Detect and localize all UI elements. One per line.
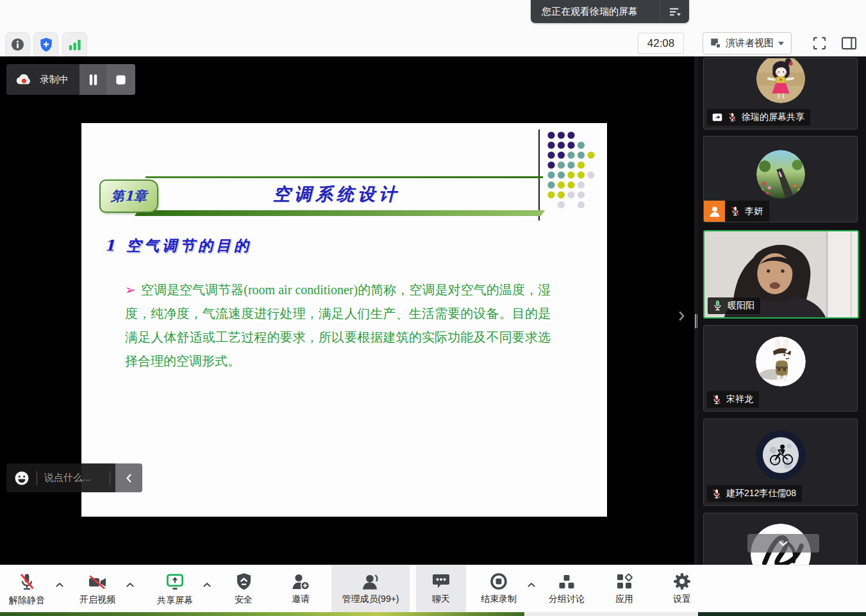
mic-muted-icon bbox=[18, 572, 36, 592]
participant-tile-songxianglong[interactable]: 宋祥龙 bbox=[703, 325, 858, 412]
person-badge-icon bbox=[708, 204, 722, 219]
avatar bbox=[756, 150, 805, 199]
divider-handle bbox=[697, 314, 698, 328]
security-button[interactable]: 安全 bbox=[223, 565, 264, 613]
collapse-participants-button[interactable] bbox=[747, 534, 819, 553]
chat-divider-2 bbox=[110, 471, 110, 485]
background-strip-dark bbox=[698, 612, 866, 616]
shared-slide: 第1章 空调系统设计 1 空气调节的目的 ➢空调是空气调节器(room air … bbox=[81, 123, 607, 517]
avatar bbox=[756, 58, 805, 103]
participant-label: 李妍 bbox=[725, 201, 769, 222]
banner-menu-button[interactable] bbox=[660, 0, 689, 23]
pause-icon bbox=[87, 72, 99, 87]
camera-muted-icon bbox=[88, 572, 107, 591]
fullscreen-icon bbox=[812, 36, 827, 51]
dots-decoration bbox=[547, 131, 599, 210]
chapter-tab: 第1章 bbox=[99, 179, 158, 213]
participant-name: 李妍 bbox=[745, 206, 763, 217]
share-screen-icon bbox=[165, 572, 185, 592]
view-mode-selector[interactable]: 演讲者视图 bbox=[703, 32, 792, 54]
participant-tile-nuanyangyang-speaking[interactable]: 暖阳阳 bbox=[703, 230, 859, 319]
invite-button[interactable]: 邀请 bbox=[279, 565, 322, 613]
person-icon bbox=[361, 572, 380, 590]
chat-collapse-button[interactable] bbox=[115, 463, 142, 492]
video-options-chevron[interactable] bbox=[126, 582, 135, 588]
meeting-timer: 42:08 bbox=[638, 33, 684, 54]
control-toolbar: 解除静音 开启视频 共享屏幕 安全 邀请 管理成员(99+) 聊天 bbox=[0, 565, 866, 613]
share-screen-button[interactable]: 共享屏幕 bbox=[146, 565, 204, 613]
person-plus-icon bbox=[291, 572, 310, 590]
end-recording-button[interactable]: 结束录制 bbox=[471, 565, 526, 613]
share-options-chevron[interactable] bbox=[203, 582, 212, 588]
start-video-button[interactable]: 开启视频 bbox=[69, 565, 126, 613]
chat-placeholder: 说点什么... bbox=[44, 472, 103, 484]
participant-name: 暖阳阳 bbox=[728, 300, 754, 312]
menu-lines-icon bbox=[669, 6, 682, 17]
banner-bottom-bar bbox=[135, 210, 545, 216]
shield-plus-icon bbox=[39, 37, 53, 53]
recording-label: 录制中 bbox=[40, 74, 69, 86]
bullet-arrow-glyph: ➢ bbox=[125, 283, 136, 297]
side-panel-toggle-button[interactable] bbox=[837, 33, 860, 53]
slide-title-banner: 第1章 空调系统设计 bbox=[99, 176, 543, 217]
avatar bbox=[756, 337, 806, 387]
meeting-info-button[interactable] bbox=[5, 32, 30, 57]
participant-tile-xurui[interactable]: 徐瑞的屏幕共享 bbox=[703, 58, 858, 129]
apps-button[interactable]: 应用 bbox=[604, 565, 645, 613]
chevron-left-icon bbox=[126, 473, 132, 483]
member-status-badge bbox=[704, 201, 725, 222]
participant-name: 宋祥龙 bbox=[726, 394, 753, 405]
slide-section-heading: 1 空气调节的目的 bbox=[104, 236, 252, 256]
chevron-down-icon bbox=[778, 540, 788, 547]
slide-paragraph-text: 空调是空气调节器(room air conditioner)的简称，空调是对空气… bbox=[125, 283, 551, 368]
security-status-button[interactable] bbox=[33, 32, 58, 57]
apps-grid-icon bbox=[615, 572, 633, 590]
recording-bar: 录制中 bbox=[6, 64, 135, 95]
banner-top-line bbox=[146, 176, 543, 178]
speaker-view-icon bbox=[710, 38, 721, 49]
participant-name: 建环212李仕儒08 bbox=[726, 488, 796, 499]
avatar bbox=[756, 430, 806, 480]
top-toolbar: 42:08 演讲者视图 bbox=[0, 0, 866, 56]
participant-label: 徐瑞的屏幕共享 bbox=[707, 109, 810, 126]
breakout-rooms-button[interactable]: 分组讨论 bbox=[541, 565, 592, 613]
unmute-button[interactable]: 解除静音 bbox=[0, 565, 54, 613]
gear-icon bbox=[673, 572, 691, 590]
caret-down-icon bbox=[778, 42, 784, 46]
participant-label: 建环212李仕儒08 bbox=[707, 485, 802, 502]
mic-muted-icon bbox=[728, 112, 737, 122]
stop-icon bbox=[115, 74, 127, 86]
stop-recording-button[interactable] bbox=[106, 64, 135, 95]
info-icon bbox=[10, 37, 25, 52]
chat-input[interactable]: 说点什么... bbox=[6, 463, 115, 492]
mic-active-icon bbox=[712, 300, 723, 312]
participant-tile-liyan[interactable]: 李妍 bbox=[703, 136, 858, 222]
manage-members-button[interactable]: 管理成员(99+) bbox=[331, 565, 410, 613]
shield-chevron-icon bbox=[235, 572, 253, 591]
shared-screen-stage: 录制中 bbox=[0, 56, 694, 616]
background-video-strip bbox=[0, 612, 524, 616]
watching-banner-text: 您正在观看徐瑞的屏幕 bbox=[542, 6, 660, 18]
participant-tile-lishiru[interactable]: 建环212李仕儒08 bbox=[703, 419, 858, 506]
chat-button[interactable]: 聊天 bbox=[416, 565, 466, 613]
slide-title: 空调系统设计 bbox=[196, 183, 478, 206]
network-quality-button[interactable] bbox=[62, 32, 87, 57]
participant-label: 暖阳阳 bbox=[708, 297, 760, 314]
participant-label: 宋祥龙 bbox=[707, 391, 759, 408]
mic-muted-icon bbox=[712, 394, 722, 405]
participants-panel: 徐瑞的屏幕共享 bbox=[698, 56, 866, 616]
pause-recording-button[interactable] bbox=[79, 64, 106, 95]
mute-options-chevron[interactable] bbox=[55, 582, 64, 588]
signal-bars-icon bbox=[67, 37, 82, 52]
breakout-squares-icon bbox=[558, 572, 576, 590]
fullscreen-button[interactable] bbox=[808, 33, 831, 53]
divider-handle bbox=[695, 314, 696, 328]
recording-status: 录制中 bbox=[6, 64, 79, 95]
view-mode-label: 演讲者视图 bbox=[726, 37, 774, 49]
settings-button[interactable]: 设置 bbox=[662, 565, 703, 613]
recording-options-chevron[interactable] bbox=[527, 582, 536, 588]
chat-bubble-icon bbox=[431, 572, 451, 590]
participant-name: 徐瑞的屏幕共享 bbox=[742, 112, 804, 123]
expand-panel-chevron[interactable] bbox=[678, 310, 685, 322]
emoji-icon[interactable] bbox=[14, 470, 29, 486]
